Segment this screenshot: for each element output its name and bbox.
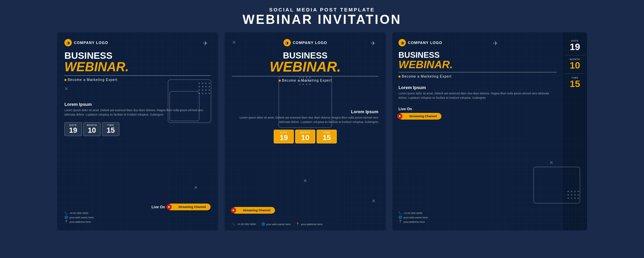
address-row: 📍 your.address.here bbox=[64, 220, 211, 223]
play-icon-2 bbox=[231, 208, 236, 213]
card-1-footer: 📞 +0 00 000 0000 🌐 your.web.name.here 📍 … bbox=[64, 211, 211, 224]
title-subtitle-2: Become a Marketing Expert bbox=[232, 79, 378, 82]
title-webinar-2: WEBINAR. bbox=[232, 60, 378, 74]
streaming-btn-2[interactable]: Streaming Channel bbox=[232, 207, 275, 214]
phone-icon-2: 📞 bbox=[232, 222, 236, 226]
page-header: Social Media Post Template Webinar Invit… bbox=[243, 7, 401, 27]
web-icon-3: 🌐 bbox=[398, 216, 402, 219]
phone-row: 📞 +0 00 000 0000 bbox=[64, 211, 211, 215]
title-webinar: WEBINAR. bbox=[64, 60, 211, 73]
date-boxes-1: DATE 19 MONTH 10 TIME 15 bbox=[64, 122, 211, 136]
page-title: Webinar Invitation bbox=[243, 12, 401, 27]
lorem-text-2: Lorem ipsum dolor sit amet. Delenit aet … bbox=[232, 116, 378, 124]
lorem-text: Lorem ipsum dolor sit amet. Delenit aet … bbox=[64, 108, 211, 117]
date-box-date: DATE 19 bbox=[64, 122, 82, 136]
card-1-title: BUSINESS WEBINAR. Become a Marketing Exp… bbox=[64, 51, 211, 82]
page-subtitle: Social Media Post Template bbox=[243, 7, 401, 12]
card-2-title: BUSINESS WEBINAR. Become a Marketing Exp… bbox=[232, 51, 378, 82]
lorem-heading: Lorem Ipsum bbox=[64, 102, 211, 107]
streaming-btn-1[interactable]: Streaming Channel bbox=[168, 204, 211, 210]
cards-container: ✕ ✕ ✈ ◑ COMPANY LOGO BUSINESS WEBINAR. B… bbox=[13, 32, 631, 230]
card-3: ✕ ✈ ◑ COMPANY LOGO BUSINESS WEBINAR. bbox=[392, 32, 587, 230]
title-subtitle: Become a Marketing Expert bbox=[64, 78, 211, 82]
date-boxes-2: DATE 19 MONTH 10 TIME 15 bbox=[232, 130, 378, 143]
address-row-3: 📍 your.address.here bbox=[398, 220, 428, 223]
title-business: BUSINESS bbox=[64, 51, 211, 60]
streaming-btn-3[interactable]: Streaming Channel bbox=[398, 113, 441, 120]
phone-icon: 📞 bbox=[64, 211, 68, 215]
card-2-header: ◑ COMPANY LOGO bbox=[232, 39, 378, 46]
date-box-time-2: TIME 15 bbox=[317, 130, 337, 143]
play-icon-1 bbox=[166, 204, 172, 210]
card-2-inner: ◑ COMPANY LOGO BUSINESS WEBINAR. Become … bbox=[225, 32, 386, 230]
lorem-heading-2: Lorem Ipsum bbox=[232, 109, 378, 114]
live-on-1: Live On Streaming Channel bbox=[152, 204, 211, 210]
company-logo-text-2: COMPANY LOGO bbox=[293, 41, 327, 45]
web-group-2: 🌐 your.web.name.here bbox=[261, 222, 291, 226]
card-2: ✕ ✕ ✕ ✈ ◑ COMPANY LOGO BUSINESS WEBINAR.… bbox=[225, 32, 386, 230]
address-icon: 📍 bbox=[64, 220, 68, 223]
card-1-inner: ◑ COMPANY LOGO BUSINESS WEBINAR. Become … bbox=[57, 32, 218, 230]
lorem-section-2: Lorem Ipsum Lorem ipsum dolor sit amet. … bbox=[232, 109, 378, 124]
company-logo-text: COMPANY LOGO bbox=[74, 41, 108, 45]
web-row-3: 🌐 your.web.name.here bbox=[398, 216, 428, 219]
phone-row-3: 📞 +0 00 000 0000 bbox=[398, 211, 428, 215]
web-icon: 🌐 bbox=[64, 216, 68, 219]
lorem-section-1: Lorem Ipsum Lorem ipsum dolor sit amet. … bbox=[64, 102, 211, 117]
card-3-footer: 📞 +0 00 000 0000 🌐 your.web.name.here 📍 … bbox=[398, 211, 428, 224]
address-icon-3: 📍 bbox=[398, 220, 402, 223]
address-group-2: 📍 your.address.here bbox=[296, 222, 322, 226]
address-icon-2: 📍 bbox=[296, 222, 300, 226]
web-row: 🌐 your.web.name.here bbox=[64, 216, 211, 219]
phone-icon-3: 📞 bbox=[398, 211, 402, 215]
date-box-month: MONTH 10 bbox=[83, 122, 101, 136]
phone-group-2: 📞 +0 00 000 0000 bbox=[232, 222, 256, 226]
card-2-footer: 📞 +0 00 000 0000 🌐 your.web.name.here 📍 … bbox=[232, 222, 378, 226]
logo-icon: ◑ bbox=[64, 39, 72, 46]
web-icon-2: 🌐 bbox=[261, 222, 265, 226]
date-box-time: TIME 15 bbox=[102, 122, 119, 136]
play-icon-3 bbox=[397, 114, 402, 119]
date-box-month-2: MONTH 10 bbox=[295, 130, 315, 143]
logo-icon-2: ◑ bbox=[283, 39, 291, 46]
date-box-date-2: DATE 19 bbox=[274, 130, 294, 143]
live-on-2: Streaming Channel bbox=[232, 207, 275, 214]
card-1-header: ◑ COMPANY LOGO bbox=[64, 39, 211, 46]
card-1: ✕ ✕ ✈ ◑ COMPANY LOGO BUSINESS WEBINAR. B… bbox=[57, 32, 218, 230]
